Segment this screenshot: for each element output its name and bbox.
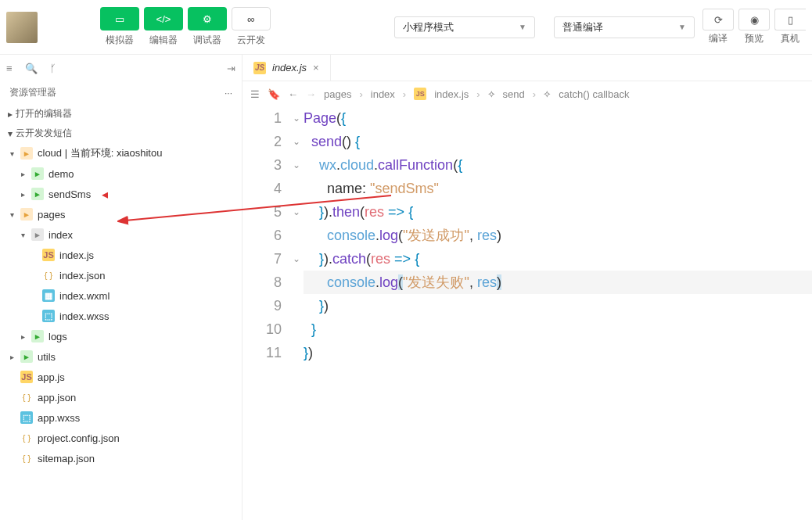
tree-folder-sendsms[interactable]: ▸▸sendSms◂ [0,184,242,204]
avatar[interactable] [6,12,38,43]
tree-file-index-json[interactable]: { }index.json [0,265,242,285]
tree-file-index-wxss[interactable]: ⬚index.wxss [0,306,242,326]
debugger-label: 调试器 [193,34,221,47]
tree-folder-index[interactable]: ▾▸index [0,224,242,245]
wxss-icon: ⬚ [20,411,33,424]
tree-file-app-json[interactable]: { }app.json [0,387,242,407]
wxss-icon: ⬚ [42,310,55,322]
fold-column[interactable]: ⌄⌄⌄⌄⌄ [289,106,304,364]
preview-btn-label: 预览 [745,32,763,45]
tab-index-js[interactable]: JS index.js × [243,55,331,81]
tree-folder-logs[interactable]: ▸▸logs [0,326,242,346]
crumb-file[interactable]: index.js [434,88,469,100]
device-icon: ▯ [788,14,793,26]
sidebar-title: 资源管理器 [9,86,56,99]
tree-file-app-js[interactable]: JSapp.js [0,367,242,387]
code-area[interactable]: 1234567891011 ⌄⌄⌄⌄⌄ Page({ send() { wx.c… [243,106,812,364]
refresh-icon: ⟳ [714,14,723,26]
file-tree: ▾▸cloud | 当前环境: xiaoshitou ▸▸demo ▸▸send… [0,143,242,520]
project-section[interactable]: ▾ 云开发发短信 [0,124,242,143]
js-icon: JS [42,249,55,261]
wxml-icon: ▦ [42,289,55,302]
preview-button[interactable]: ◉ [738,9,770,30]
folder-icon: ▸ [20,350,33,363]
cloud-icon: ∞ [247,13,254,25]
indent-icon[interactable]: ☰ [250,88,260,100]
open-editors-section[interactable]: ▸ 打开的编辑器 [0,104,242,124]
debugger-button[interactable]: ⚙ [188,7,227,30]
code-body[interactable]: Page({ send() { wx.cloud.callFunction({ … [304,106,812,364]
open-editors-label: 打开的编辑器 [16,107,72,120]
cloud-label: 云开发 [237,34,265,47]
real-btn-label: 真机 [781,32,799,45]
editor-pane: JS index.js × ☰ 🔖 ← → pages› index› JS i… [243,55,812,520]
folder-icon: ▸ [20,147,33,160]
tree-file-index-wxml[interactable]: ▦index.wxml [0,285,242,306]
compile-select[interactable]: 普通编译 ▼ [554,16,695,38]
toolbar: ▭ 模拟器 </> 编辑器 ⚙ 调试器 ∞ 云开发 小程序模式 ▼ 普通编译 ▼… [0,0,812,55]
compile-select-value: 普通编译 [562,20,603,34]
tree-file-index-js[interactable]: JSindex.js [0,245,242,265]
project-name-label: 云开发发短信 [16,127,72,140]
editor-tabs: JS index.js × [243,55,812,81]
folder-icon: ▸ [31,167,44,180]
folder-icon: ▸ [31,188,44,200]
sidebar-iconbar: ≡ 🔍 ᚶ ⇥ [0,55,242,81]
code-icon: </> [156,13,171,25]
folder-icon: ▸ [20,208,33,221]
tree-folder-utils[interactable]: ▸▸utils [0,346,242,367]
bug-icon: ⚙ [203,13,212,25]
cloud-button[interactable]: ∞ [232,7,271,30]
json-icon: { } [20,391,33,403]
forward-icon[interactable]: → [306,88,316,100]
chevron-right-icon: ▸ [8,109,13,120]
chevron-down-icon: ▼ [678,23,686,31]
cube-icon: ⟡ [544,88,551,100]
mode-select-value: 小程序模式 [403,20,454,34]
folder-icon: ▸ [31,330,44,342]
json-icon: { } [20,432,33,444]
tree-file-project-config[interactable]: { }project.config.json [0,428,242,448]
crumb-index[interactable]: index [371,88,395,100]
arrow-icon: ◂ [102,187,108,202]
editor-label: 编辑器 [149,34,178,47]
crumb-catch[interactable]: catch() callback [559,88,629,100]
tree-folder-pages[interactable]: ▾▸pages [0,204,242,224]
js-icon: JS [20,371,33,383]
tab-label: index.js [272,62,307,74]
bookmark-icon[interactable]: 🔖 [268,88,280,100]
search-icon[interactable]: 🔍 [25,63,38,74]
editor-button[interactable]: </> [144,7,183,30]
compile-button[interactable]: ⟳ [702,9,734,30]
crumb-send[interactable]: send [503,88,525,100]
mode-select[interactable]: 小程序模式 ▼ [394,16,535,38]
js-icon: JS [414,88,426,100]
real-device-button[interactable]: ▯ [774,9,806,30]
line-gutter: 1234567891011 [243,106,289,364]
tree-file-sitemap[interactable]: { }sitemap.json [0,448,242,468]
cube-icon: ⟡ [488,88,495,100]
json-icon: { } [20,452,33,464]
compile-btn-label: 编译 [709,32,728,45]
close-icon[interactable]: × [313,62,319,74]
tree-file-app-wxss[interactable]: ⬚app.wxss [0,407,242,428]
tree-folder-cloud[interactable]: ▾▸cloud | 当前环境: xiaoshitou [0,143,242,163]
phone-icon: ▭ [115,13,124,25]
tree-folder-demo[interactable]: ▸▸demo [0,163,242,184]
js-icon: JS [253,62,266,74]
more-icon[interactable]: ··· [225,88,232,99]
chevron-down-icon: ▼ [519,23,526,31]
eye-icon: ◉ [750,14,759,26]
json-icon: { } [42,269,55,282]
folder-icon: ▸ [31,228,44,241]
back-icon[interactable]: ← [288,88,298,100]
breadcrumb: ☰ 🔖 ← → pages› index› JS index.js› ⟡send… [243,81,812,106]
simulator-label: 模拟器 [106,34,134,47]
branch-icon[interactable]: ᚶ [50,63,56,74]
sidebar: ≡ 🔍 ᚶ ⇥ 资源管理器 ··· ▸ 打开的编辑器 ▾ 云开发发短信 ▾▸cl… [0,55,243,520]
simulator-button[interactable]: ▭ [100,7,139,30]
crumb-pages[interactable]: pages [324,88,351,100]
collapse-icon[interactable]: ⇥ [227,63,235,74]
chevron-down-icon: ▾ [8,128,13,139]
list-icon[interactable]: ≡ [6,63,13,74]
